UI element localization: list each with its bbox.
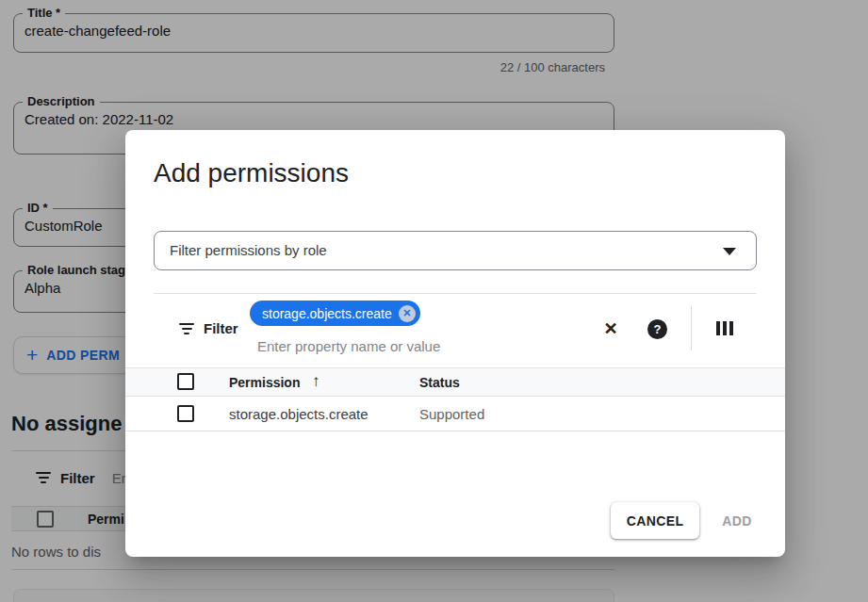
filter-input[interactable]: Enter property name or value — [257, 338, 440, 354]
filter-icon — [179, 323, 194, 334]
select-all-checkbox[interactable] — [177, 373, 194, 390]
add-button[interactable]: ADD — [704, 502, 770, 539]
divider — [154, 293, 757, 294]
sort-ascending-icon[interactable]: ↑ — [312, 372, 320, 391]
filter-chip-label: storage.objects.create — [262, 306, 392, 321]
filter-permissions-by-role-select[interactable]: Filter permissions by role — [154, 231, 757, 270]
screen: Title * create-changefeed-role 22 / 100 … — [0, 0, 868, 602]
filter-chip-storage-objects-create[interactable]: storage.objects.create ✕ — [250, 301, 420, 326]
help-icon[interactable]: ? — [647, 319, 667, 339]
chevron-down-icon — [723, 248, 736, 255]
dialog-table-header: Permission ↑ Status — [125, 367, 785, 397]
row-status-cell: Supported — [419, 406, 484, 422]
clear-filters-icon[interactable]: ✕ — [600, 318, 621, 339]
row-permission-cell: storage.objects.create — [229, 406, 368, 422]
column-display-options-icon[interactable] — [716, 321, 733, 335]
permission-column-header[interactable]: Permission — [229, 375, 300, 390]
row-checkbox[interactable] — [177, 405, 194, 422]
add-permissions-dialog: Add permissions Filter permissions by ro… — [125, 130, 785, 557]
dialog-filter-label: Filter — [204, 320, 238, 336]
dialog-title: Add permissions — [154, 158, 349, 188]
chip-remove-icon[interactable]: ✕ — [399, 305, 416, 322]
cancel-button[interactable]: CANCEL — [611, 502, 699, 539]
toolbar-divider — [691, 306, 692, 350]
role-select-placeholder: Filter permissions by role — [170, 242, 327, 258]
table-row[interactable]: storage.objects.create Supported — [125, 398, 785, 431]
status-column-header[interactable]: Status — [419, 375, 460, 390]
